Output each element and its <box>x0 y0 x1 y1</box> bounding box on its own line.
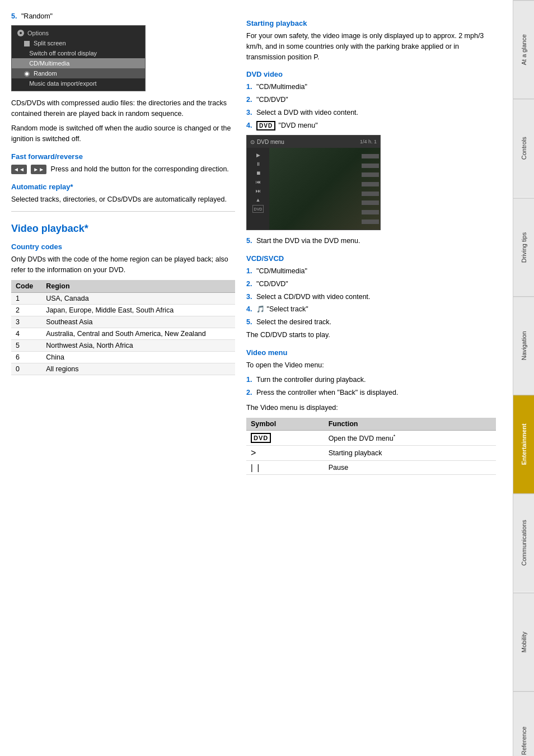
sidebar-tab-reference[interactable]: Reference <box>513 691 534 756</box>
code-6: 6 <box>11 351 41 363</box>
auto-replay-heading: Automatic replay* <box>11 183 235 191</box>
menu-item-cd-multimedia: CD/Multimedia <box>12 58 145 68</box>
rewind-icon: ◄◄ <box>11 165 27 174</box>
code-2: 2 <box>11 304 41 316</box>
video-menu-intro: To open the Video menu: <box>246 360 496 371</box>
dvd-video-heading: DVD video <box>246 70 496 78</box>
vcd-step-5: 5. Select the desired track. <box>246 317 496 328</box>
table-header-region: Region <box>41 280 235 293</box>
symbol-row-play: > Starting playback <box>246 445 496 460</box>
function-play: Starting playback <box>324 445 496 460</box>
country-codes-heading: Country codes <box>11 242 235 251</box>
video-menu-step-1: 1. Turn the controller during playback. <box>246 375 496 385</box>
table-header-code: Code <box>11 280 41 293</box>
radio-icon <box>24 71 30 77</box>
country-codes-intro: Only DVDs with the code of the home regi… <box>11 254 235 276</box>
symbol-play: > <box>246 445 324 460</box>
dvd-controls: ▶ ⏸ ⏹ ⏮ ⏭ ▲ DVD <box>247 148 269 230</box>
bar-7 <box>362 210 379 214</box>
step5-text: "Random" <box>21 12 53 20</box>
region-4: Australia, Central and South America, Ne… <box>41 328 235 339</box>
menu-item-split-screen: Split screen <box>12 38 145 48</box>
dvd-bars <box>360 148 380 230</box>
para1: CDs/DVDs with compressed audio files: th… <box>11 98 235 119</box>
video-menu-step-2: 2. Press the controller when "Back" is d… <box>246 388 496 398</box>
table-row: 6 China <box>11 351 235 363</box>
table-row: 0 All regions <box>11 363 235 375</box>
symbol-pause: | | <box>246 460 324 474</box>
symbol-table: Symbol Function DVD Open the DVD menu* >… <box>246 418 496 475</box>
sidebar-tab-mobility[interactable]: Mobility <box>513 592 534 691</box>
fast-forward-heading: Fast forward/reverse <box>11 152 235 161</box>
ctrl-play: ▶ <box>252 151 264 159</box>
dvd-step-2: 2. "CD/DVD" <box>246 95 496 105</box>
table-row: 1 USA, Canada <box>11 292 235 304</box>
starting-playback-heading: Starting playback <box>246 19 496 27</box>
dvd-top-bar: ⊙ DVD menu 1/4 h. 1 <box>247 136 380 148</box>
region-3: Southeast Asia <box>41 316 235 328</box>
video-playback-heading: Video playback* <box>11 223 235 235</box>
ctrl-up: ▲ <box>252 196 264 204</box>
menu-item-switch-off: Switch off control display <box>12 48 145 58</box>
menu-item-random: Random <box>12 68 145 78</box>
sidebar-tab-communications[interactable]: Communications <box>513 493 534 592</box>
options-menu-title: Options <box>12 28 145 38</box>
function-dvd: Open the DVD menu* <box>324 430 496 445</box>
checkbox-icon <box>24 41 30 46</box>
table-row: 5 Northwest Asia, North Africa <box>11 339 235 351</box>
bar-1 <box>362 154 379 158</box>
code-4: 4 <box>11 328 41 339</box>
ctrl-rew: ⏮ <box>252 178 264 186</box>
dvd-logo-symbol: DVD <box>251 433 271 443</box>
bar-6 <box>362 200 379 205</box>
ctrl-dvd: DVD <box>252 205 264 213</box>
main-content: 5. "Random" Options Split screen Switch … <box>0 0 513 756</box>
divider <box>11 211 235 212</box>
vcd-step-2: 2. "CD/DVD" <box>246 279 496 290</box>
vcd-step-3: 3. Select a CD/DVD with video content. <box>246 292 496 302</box>
right-sidebar: At a glance Controls Driving tips Naviga… <box>513 0 534 756</box>
ctrl-stop: ⏹ <box>252 169 264 177</box>
region-5: Northwest Asia, North Africa <box>41 339 235 351</box>
dvd-step-4: 4. DVD "DVD menu" <box>246 120 496 131</box>
auto-replay-text: Selected tracks, directories, or CDs/DVD… <box>11 194 235 205</box>
dvd-step-1: 1. "CD/Multimedia" <box>246 82 496 92</box>
table-row: 3 Southeast Asia <box>11 316 235 328</box>
vcd-note: The CD/DVD starts to play. <box>246 330 496 340</box>
sidebar-tab-driving-tips[interactable]: Driving tips <box>513 198 534 296</box>
sidebar-tab-at-a-glance[interactable]: At a glance <box>513 0 534 99</box>
symbol-row-pause: | | Pause <box>246 460 496 474</box>
region-1: USA, Canada <box>41 292 235 304</box>
para2: Random mode is switched off when the aud… <box>11 123 235 144</box>
dvd-top-bar-icon: ⊙ <box>250 139 255 145</box>
dvd-video-area <box>269 148 380 230</box>
dvd-step-3: 3. Select a DVD with video content. <box>246 108 496 118</box>
video-menu-heading: Video menu <box>246 348 496 357</box>
starting-playback-text: For your own safety, the video image is … <box>246 31 496 62</box>
dvd-top-bar-label: DVD menu <box>257 139 284 145</box>
track-icon: 🎵 <box>256 305 265 313</box>
vcd-step-1: 1. "CD/Multimedia" <box>246 266 496 277</box>
sidebar-tab-entertainment[interactable]: Entertainment <box>513 395 534 493</box>
vcd-svcd-heading: VCD/SVCD <box>246 254 496 263</box>
options-menu: Options Split screen Switch off control … <box>11 25 146 91</box>
bar-2 <box>362 164 379 168</box>
code-3: 3 <box>11 316 41 328</box>
gear-icon <box>17 30 24 36</box>
sidebar-tab-navigation[interactable]: Navigation <box>513 296 534 395</box>
dvd-content: ▶ ⏸ ⏹ ⏮ ⏭ ▲ DVD <box>247 148 380 230</box>
vcd-step-4: 4. 🎵 "Select track" <box>246 304 496 315</box>
right-column: Starting playback For your own safety, t… <box>246 11 496 745</box>
code-1: 1 <box>11 292 41 304</box>
region-2: Japan, Europe, Middle East, South Africa <box>41 304 235 316</box>
code-5: 5 <box>11 339 41 351</box>
country-codes-table: Code Region 1 USA, Canada 2 Japan, Europ… <box>11 280 235 375</box>
sidebar-tab-controls[interactable]: Controls <box>513 99 534 197</box>
step5-label: 5. "Random" <box>11 11 235 22</box>
dvd-step-5: 5. Start the DVD via the DVD menu. <box>246 236 496 246</box>
code-0: 0 <box>11 363 41 375</box>
menu-item-music-data: Music data import/export <box>12 78 145 88</box>
left-column: 5. "Random" Options Split screen Switch … <box>11 11 235 745</box>
ctrl-fwd: ⏭ <box>252 187 264 195</box>
bar-3 <box>362 172 379 177</box>
